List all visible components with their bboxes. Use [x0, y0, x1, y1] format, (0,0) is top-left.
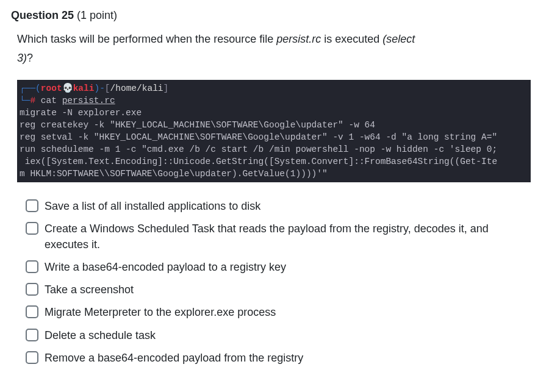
checkbox[interactable] — [26, 329, 38, 341]
terminal-output-line: reg createkey -k "HKEY_LOCAL_MACHINE\SOF… — [20, 120, 375, 130]
question-points: (1 point) — [77, 9, 117, 21]
option-row: Migrate Meterpreter to the explorer.exe … — [26, 304, 531, 320]
option-row: Delete a schedule task — [26, 327, 531, 343]
checkbox[interactable] — [26, 305, 38, 318]
option-row: Write a base64-encoded payload to a regi… — [26, 259, 531, 275]
option-row: Remove a base64-encoded payload from the… — [26, 350, 531, 366]
terminal-output-line: iex([System.Text.Encoding]::Unicode.GetS… — [20, 157, 497, 166]
question-select-open: (select — [382, 33, 415, 45]
option-text: Save a list of all installed application… — [45, 198, 260, 214]
paren-open: ( — [35, 84, 41, 93]
bracket-close: ] — [163, 84, 169, 93]
question-prefix: Which tasks will be performed when the r… — [17, 33, 276, 45]
terminal-output-line: m HKLM:SOFTWARE\\SOFTWARE\Google\updater… — [20, 169, 328, 179]
paren-close: ) — [94, 84, 99, 93]
question-count-italic: 3) — [17, 52, 27, 64]
option-text: Write a base64-encoded payload to a regi… — [45, 259, 286, 275]
terminal-output-line: reg setval -k "HKEY_LOCAL_MACHINE\SOFTWA… — [20, 132, 497, 142]
terminal-block: ┌──(root💀kali)-[/home/kali] └─# cat pers… — [17, 80, 531, 182]
question-text-line2: 3)? — [17, 50, 531, 66]
option-row: Take a screenshot — [26, 282, 531, 298]
question-number: Question 25 — [11, 9, 74, 21]
option-text: Delete a schedule task — [45, 327, 156, 343]
box-char-open: ┌── — [20, 84, 35, 93]
terminal-cmd: cat — [35, 96, 62, 105]
option-text: Take a screenshot — [45, 282, 134, 298]
question-header: Question 25 (1 point) — [11, 7, 531, 24]
question-count-rest: ? — [27, 52, 33, 64]
checkbox[interactable] — [26, 260, 38, 273]
options-list: Save a list of all installed application… — [26, 198, 531, 366]
option-text: Create a Windows Scheduled Task that rea… — [45, 221, 531, 252]
option-text: Migrate Meterpreter to the explorer.exe … — [45, 304, 276, 320]
box-char-close: └─ — [20, 96, 30, 105]
bracket-open: [ — [105, 84, 110, 93]
skull-icon: 💀 — [62, 84, 73, 93]
terminal-filename: persist.rc — [62, 96, 115, 105]
terminal-output-line: run scheduleme -m 1 -c "cmd.exe /b /c st… — [20, 144, 497, 154]
terminal-host: kali — [73, 84, 95, 93]
question-text-line1: Which tasks will be performed when the r… — [17, 31, 531, 48]
question-filename: persist.rc — [276, 33, 321, 45]
terminal-prompt: # — [30, 96, 35, 105]
option-row: Create a Windows Scheduled Task that rea… — [26, 221, 531, 252]
terminal-path: /home/kali — [110, 84, 163, 93]
question-mid: is executed — [321, 33, 382, 45]
checkbox[interactable] — [26, 283, 38, 296]
checkbox[interactable] — [26, 351, 38, 364]
checkbox[interactable] — [26, 199, 38, 212]
terminal-root: root — [41, 84, 62, 93]
option-text: Remove a base64-encoded payload from the… — [45, 350, 303, 366]
terminal-output-line: migrate -N explorer.exe — [20, 108, 142, 118]
option-row: Save a list of all installed application… — [26, 198, 531, 214]
checkbox[interactable] — [26, 222, 38, 235]
dash: - — [99, 84, 105, 93]
